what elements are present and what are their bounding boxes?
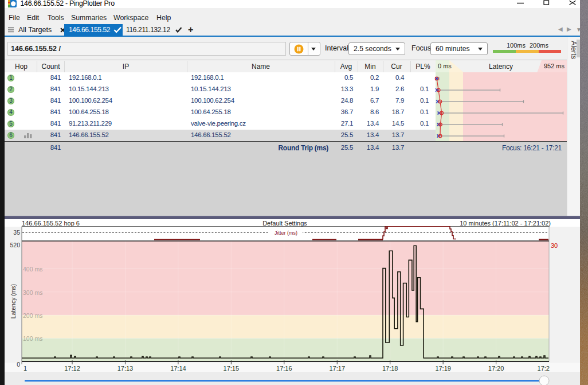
svg-text:Jitter (ms): Jitter (ms) (275, 230, 297, 236)
svg-text:17:20: 17:20 (488, 365, 504, 372)
svg-text:17:13: 17:13 (117, 365, 134, 372)
svg-text:100 ms: 100 ms (23, 335, 42, 342)
svg-text:400 ms: 400 ms (23, 266, 42, 273)
svg-text:17:16: 17:16 (276, 365, 292, 372)
svg-text:0: 0 (17, 361, 20, 368)
svg-text:17:12: 17:12 (64, 365, 80, 372)
svg-text:17:14: 17:14 (170, 365, 186, 372)
svg-text:17:19: 17:19 (435, 365, 451, 372)
svg-text:300 ms: 300 ms (23, 289, 42, 296)
svg-text:17:15: 17:15 (224, 365, 240, 372)
svg-text:1: 1 (23, 365, 27, 372)
svg-text:520: 520 (10, 242, 20, 248)
svg-text:17:2: 17:2 (538, 365, 550, 372)
svg-text:35: 35 (13, 229, 20, 236)
svg-text:17:17: 17:17 (329, 365, 345, 372)
svg-text:Latency (ms): Latency (ms) (10, 284, 17, 319)
svg-text:200 ms: 200 ms (23, 312, 42, 319)
svg-text:30: 30 (551, 242, 558, 249)
svg-text:17:18: 17:18 (382, 365, 398, 372)
